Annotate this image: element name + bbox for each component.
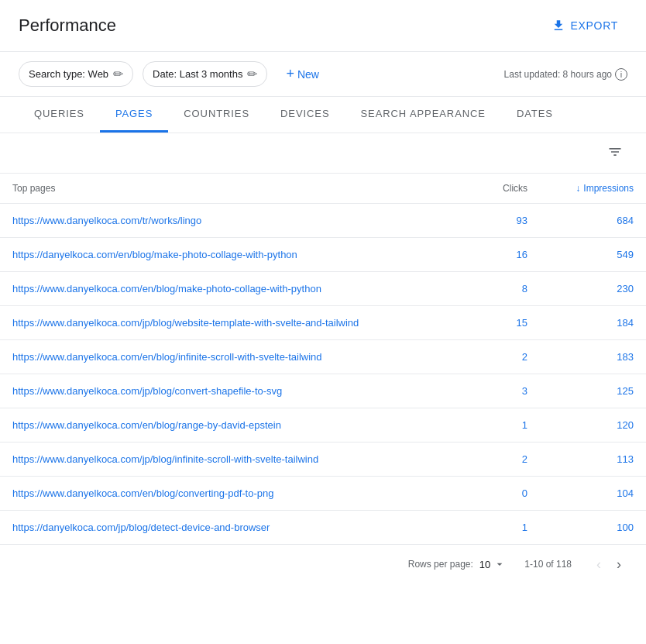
page-url-link[interactable]: https://www.danyelkoca.com/en/blog/range… <box>12 419 281 431</box>
table-row: https://www.danyelkoca.com/en/blog/conve… <box>0 477 646 511</box>
impressions-cell: 104 <box>540 477 646 511</box>
table-row: https://danyelkoca.com/en/blog/make-phot… <box>0 238 646 272</box>
search-type-filter[interactable]: Search type: Web ✏ <box>19 61 133 87</box>
tab-devices[interactable]: DEVICES <box>265 97 345 133</box>
clicks-cell: 16 <box>476 238 540 272</box>
impressions-cell: 184 <box>540 306 646 340</box>
page-header: Performance EXPORT <box>0 0 646 52</box>
clicks-cell: 1 <box>476 408 540 443</box>
page-url-link[interactable]: https://www.danyelkoca.com/jp/blog/infin… <box>12 453 318 465</box>
page-url-link[interactable]: https://www.danyelkoca.com/jp/blog/websi… <box>12 317 359 329</box>
table-row: https://www.danyelkoca.com/en/blog/infin… <box>0 340 646 374</box>
filters-bar: Search type: Web ✏ Date: Last 3 months ✏… <box>0 52 646 97</box>
page-url: https://www.danyelkoca.com/jp/blog/conve… <box>0 374 476 408</box>
page-url: https://www.danyelkoca.com/en/blog/infin… <box>0 340 476 374</box>
page-url-link[interactable]: https://www.danyelkoca.com/jp/blog/conve… <box>12 385 282 397</box>
table-row: https://danyelkoca.com/jp/blog/detect-de… <box>0 511 646 545</box>
page-url-link[interactable]: https://www.danyelkoca.com/en/blog/conve… <box>12 487 273 499</box>
clicks-cell: 1 <box>476 511 540 545</box>
impressions-cell: 100 <box>540 511 646 545</box>
impressions-cell: 684 <box>540 204 646 238</box>
download-icon <box>552 19 565 33</box>
page-url-link[interactable]: https://www.danyelkoca.com/en/blog/infin… <box>12 351 322 363</box>
filter-icon <box>607 144 623 160</box>
table-row: https://www.danyelkoca.com/jp/blog/websi… <box>0 306 646 340</box>
page-url: https://www.danyelkoca.com/en/blog/range… <box>0 408 476 443</box>
rows-per-page: Rows per page: 10 <box>408 558 507 570</box>
clicks-cell: 2 <box>476 340 540 374</box>
page-url-link[interactable]: https://www.danyelkoca.com/tr/works/ling… <box>12 215 201 226</box>
table-row: https://www.danyelkoca.com/en/blog/range… <box>0 408 646 443</box>
pages-table: Top pages Clicks ↓Impressions https://ww… <box>0 174 646 545</box>
edit-icon: ✏ <box>113 67 123 81</box>
table-row: https://www.danyelkoca.com/en/blog/make-… <box>0 272 646 306</box>
clicks-cell: 2 <box>476 443 540 477</box>
impressions-cell: 549 <box>540 238 646 272</box>
table-toolbar <box>0 133 646 174</box>
table-row: https://www.danyelkoca.com/tr/works/ling… <box>0 204 646 238</box>
rows-per-page-select[interactable]: 10 <box>479 558 506 570</box>
plus-icon: + <box>286 66 294 82</box>
page-info: 1-10 of 118 <box>524 559 572 570</box>
impressions-cell: 230 <box>540 272 646 306</box>
page-title: Performance <box>19 15 116 36</box>
tab-dates[interactable]: DATES <box>501 97 569 133</box>
clicks-cell: 93 <box>476 204 540 238</box>
page-url-link[interactable]: https://www.danyelkoca.com/en/blog/make-… <box>12 283 321 294</box>
last-updated: Last updated: 8 hours ago i <box>504 68 627 81</box>
tab-countries[interactable]: COUNTRIES <box>168 97 265 133</box>
table-row: https://www.danyelkoca.com/jp/blog/infin… <box>0 443 646 477</box>
page-url: https://www.danyelkoca.com/tr/works/ling… <box>0 204 476 238</box>
page-url-link[interactable]: https://danyelkoca.com/en/blog/make-phot… <box>12 249 297 260</box>
impressions-cell: 183 <box>540 340 646 374</box>
page-url: https://www.danyelkoca.com/jp/blog/infin… <box>0 443 476 477</box>
tab-pages[interactable]: PAGES <box>100 97 168 133</box>
table-row: https://www.danyelkoca.com/jp/blog/conve… <box>0 374 646 408</box>
col-clicks-header[interactable]: Clicks <box>476 174 540 204</box>
filter-rows-button[interactable] <box>603 139 627 167</box>
sort-down-icon: ↓ <box>576 183 580 194</box>
impressions-cell: 120 <box>540 408 646 443</box>
edit-icon: ✏ <box>247 67 257 81</box>
clicks-cell: 3 <box>476 374 540 408</box>
clicks-cell: 0 <box>476 477 540 511</box>
page-url: https://www.danyelkoca.com/jp/blog/websi… <box>0 306 476 340</box>
date-filter[interactable]: Date: Last 3 months ✏ <box>143 61 267 87</box>
page-url-link[interactable]: https://danyelkoca.com/jp/blog/detect-de… <box>12 522 270 533</box>
tab-queries[interactable]: QUERIES <box>19 97 100 133</box>
tab-search-appearance[interactable]: SEARCH APPEARANCE <box>345 97 500 133</box>
impressions-cell: 125 <box>540 374 646 408</box>
page-url: https://danyelkoca.com/en/blog/make-phot… <box>0 238 476 272</box>
clicks-cell: 8 <box>476 272 540 306</box>
chevron-down-icon <box>493 558 506 570</box>
prev-page-button[interactable]: ‹ <box>590 554 607 574</box>
tabs-bar: QUERIES PAGES COUNTRIES DEVICES SEARCH A… <box>0 97 646 133</box>
page-url: https://www.danyelkoca.com/en/blog/make-… <box>0 272 476 306</box>
info-icon[interactable]: i <box>615 68 627 81</box>
new-button[interactable]: + New <box>277 61 328 87</box>
page-navigation: ‹ › <box>590 554 627 574</box>
page-url: https://danyelkoca.com/jp/blog/detect-de… <box>0 511 476 545</box>
col-pages-header: Top pages <box>0 174 476 204</box>
col-impressions-header[interactable]: ↓Impressions <box>540 174 646 204</box>
pagination: Rows per page: 10 1-10 of 118 ‹ › <box>0 545 646 584</box>
next-page-button[interactable]: › <box>610 554 627 574</box>
clicks-cell: 15 <box>476 306 540 340</box>
export-button[interactable]: EXPORT <box>542 12 627 39</box>
page-url: https://www.danyelkoca.com/en/blog/conve… <box>0 477 476 511</box>
impressions-cell: 113 <box>540 443 646 477</box>
